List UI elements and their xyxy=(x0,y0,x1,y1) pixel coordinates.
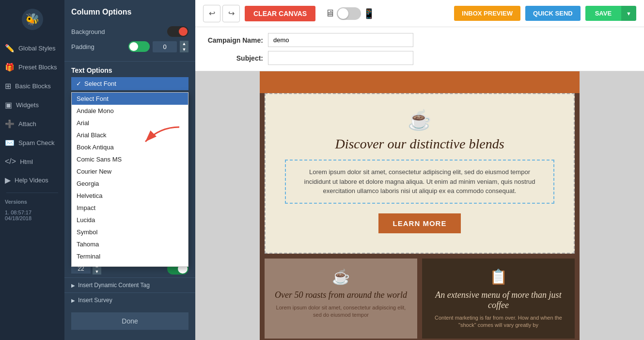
coffee-beans-icon: ☕ xyxy=(332,268,350,285)
padding-row: Padding ▲ ▼ xyxy=(71,41,188,52)
footer-card-left: ☕ Over 50 roasts from around the world L… xyxy=(265,259,417,339)
footer-right-text: Content marketing is far from over. How … xyxy=(430,314,567,329)
device-toggle-switch[interactable] xyxy=(337,7,361,20)
insert-dynamic-row[interactable]: ▶ Insert Dynamic Content Tag xyxy=(64,277,195,292)
padding-stepper: ▲ ▼ xyxy=(180,41,188,52)
play-icon: ▶ xyxy=(5,176,11,185)
padding-increment[interactable]: ▲ xyxy=(180,41,188,47)
panel-title: Column Options xyxy=(64,0,195,21)
font-option-andale-mono[interactable]: Andale Mono xyxy=(72,105,188,117)
padding-decrement[interactable]: ▼ xyxy=(180,47,188,52)
font-option-helvetica[interactable]: Helvetica xyxy=(72,190,188,202)
font-option-book-antiqua[interactable]: Book Antiqua xyxy=(72,141,188,153)
email-body-text: Lorem ipsum dolor sit amet, consectetur … xyxy=(296,167,544,196)
padding-input[interactable] xyxy=(153,41,177,52)
font-dropdown-list: Select Font Andale Mono Arial Arial Blac… xyxy=(71,92,188,267)
font-option-tahoma[interactable]: Tahoma xyxy=(72,238,188,250)
panel: Column Options Background Padding ▲ ▼ xyxy=(64,0,195,340)
inbox-preview-button[interactable]: INBOX PREVIEW xyxy=(454,6,520,21)
undo-redo-group: ↩ ↪ xyxy=(203,5,240,22)
background-label: Background xyxy=(71,28,105,35)
campaign-name-row: Campaign Name: xyxy=(205,33,634,47)
subject-label: Subject: xyxy=(205,54,263,62)
save-button-group: SAVE ▼ xyxy=(585,6,636,21)
background-toggle[interactable] xyxy=(167,26,188,37)
version-item[interactable]: 1. 08:57:17 04/18/2018 xyxy=(0,208,64,223)
save-button[interactable]: SAVE xyxy=(585,6,621,21)
app-logo: 🐝 xyxy=(18,5,47,34)
device-toggle-group: 🖥 📱 xyxy=(325,7,375,20)
sidebar-item-html[interactable]: </> Html xyxy=(0,152,64,171)
menu-icon: 📋 xyxy=(489,268,507,285)
font-select-trigger[interactable]: ✓ Select Font xyxy=(71,77,188,90)
footer-card-right: 📋 An extensive menu of more than just co… xyxy=(422,259,575,339)
sidebar-item-spam-check[interactable]: ✉️ Spam Check xyxy=(0,133,64,152)
undo-button[interactable]: ↩ xyxy=(203,5,220,22)
save-dropdown-button[interactable]: ▼ xyxy=(621,6,636,21)
sidebar-item-help-videos[interactable]: ▶ Help Videos xyxy=(0,171,64,190)
footer-left-text: Lorem ipsum dolor sit amet, consectetur … xyxy=(272,304,409,319)
toggle-knob xyxy=(179,27,188,36)
email-canvas: ☕ Discover our distinctive blends Lorem … xyxy=(260,71,580,340)
arrow-icon: ▶ xyxy=(71,283,75,288)
background-row: Background xyxy=(71,26,188,37)
email-footer-row: ☕ Over 50 roasts from around the world L… xyxy=(260,254,580,340)
gift-icon: 🎁 xyxy=(5,63,15,72)
subject-input[interactable] xyxy=(268,51,413,65)
sidebar-item-global-styles[interactable]: ✏️ Global Styles xyxy=(0,39,64,58)
insert-survey-label: Insert Survey xyxy=(78,297,112,304)
background-section: Background Padding ▲ ▼ xyxy=(64,21,195,62)
sidebar-item-widgets[interactable]: ▣ Widgets xyxy=(0,96,64,114)
font-select-label: Select Font xyxy=(84,80,116,87)
campaign-fields: Campaign Name: Subject: xyxy=(195,27,644,71)
campaign-name-label: Campaign Name: xyxy=(205,36,263,44)
plus-icon: ➕ xyxy=(5,119,15,129)
sidebar-item-attach[interactable]: ➕ Attach xyxy=(0,114,64,133)
font-option-georgia[interactable]: Georgia xyxy=(72,178,188,190)
learn-more-button[interactable]: LEARN MORE xyxy=(378,213,461,233)
font-option-arial-black[interactable]: Arial Black xyxy=(72,129,188,141)
font-dropdown-wrapper: ✓ Select Font Select Font Andale Mono Ar… xyxy=(64,77,195,92)
padding-label: Padding xyxy=(71,43,94,50)
pencil-icon: ✏️ xyxy=(5,44,15,53)
clear-canvas-button[interactable]: CLEAR CANVAS xyxy=(245,6,315,21)
mobile-icon[interactable]: 📱 xyxy=(363,8,375,19)
font-option-times-new-roman[interactable]: Times New Roman xyxy=(72,262,188,267)
font-option-impact[interactable]: Impact xyxy=(72,202,188,214)
insert-dynamic-label: Insert Dynamic Content Tag xyxy=(78,282,150,289)
grid-icon: ⊞ xyxy=(5,81,11,91)
sidebar-item-preset-blocks[interactable]: 🎁 Preset Blocks xyxy=(0,58,64,77)
redo-button[interactable]: ↪ xyxy=(222,5,240,22)
font-option-arial[interactable]: Arial xyxy=(72,117,188,129)
padding-toggle[interactable] xyxy=(128,41,150,52)
size2-decrement[interactable]: ▼ xyxy=(93,269,101,275)
font-option-symbol[interactable]: Symbol xyxy=(72,226,188,238)
code-icon: </> xyxy=(5,157,16,166)
device-toggle-knob xyxy=(338,8,348,19)
toggle-bg xyxy=(167,26,188,37)
sidebar-item-basic-blocks[interactable]: ⊞ Basic Blocks xyxy=(0,77,64,96)
font-option-select-font[interactable]: Select Font xyxy=(72,93,188,105)
font-option-courier-new[interactable]: Courier New xyxy=(72,165,188,178)
padding-input-row: ▲ ▼ xyxy=(128,41,188,52)
versions-label: Versions xyxy=(0,196,64,208)
checkmark-icon: ✓ xyxy=(76,80,81,87)
font-option-terminal[interactable]: Terminal xyxy=(72,250,188,262)
email-body-text-wrapper: Lorem ipsum dolor sit amet, consectetur … xyxy=(285,160,554,204)
text-options-title: Text Options xyxy=(64,62,195,77)
sidebar-divider xyxy=(6,193,58,193)
toggle-knob-green xyxy=(129,42,138,51)
canvas-area: ☕ Discover our distinctive blends Lorem … xyxy=(195,71,644,340)
font-option-lucida[interactable]: Lucida xyxy=(72,214,188,226)
sidebar: 🐝 ✏️ Global Styles 🎁 Preset Blocks ⊞ Bas… xyxy=(0,0,64,340)
widget-icon: ▣ xyxy=(5,100,12,110)
subject-row: Subject: xyxy=(205,51,634,65)
desktop-icon[interactable]: 🖥 xyxy=(325,8,335,19)
font-option-comic-sans[interactable]: Comic Sans MS xyxy=(72,153,188,165)
email-header-bar xyxy=(260,71,580,93)
quick-send-button[interactable]: QUICK SEND xyxy=(525,6,581,21)
done-button[interactable]: Done xyxy=(71,312,188,330)
campaign-name-input[interactable] xyxy=(268,33,413,47)
insert-survey-row[interactable]: ▶ Insert Survey xyxy=(64,292,195,308)
footer-right-heading: An extensive menu of more than just coff… xyxy=(430,290,567,310)
